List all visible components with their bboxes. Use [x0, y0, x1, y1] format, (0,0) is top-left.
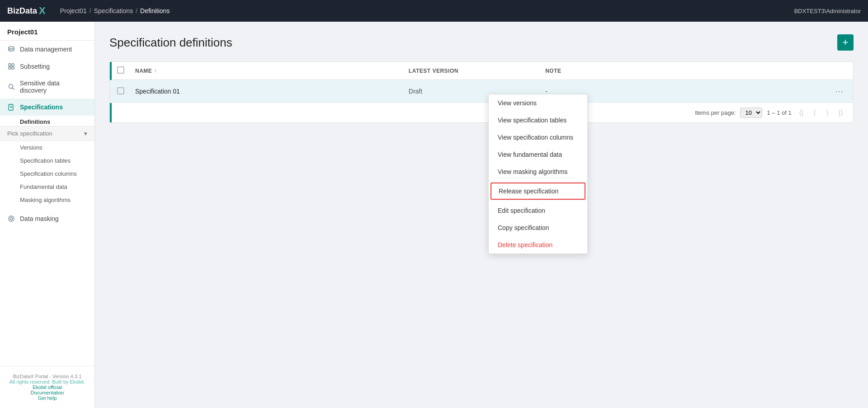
sidebar-footer: BizDataX Portal - Version 4.3.1 All righ… — [0, 366, 94, 408]
header-checkbox[interactable] — [117, 66, 124, 74]
context-menu-delete-spec[interactable]: Delete specification — [489, 236, 587, 253]
context-menu-view-fundamental[interactable]: View fundamental data — [489, 146, 587, 163]
items-per-page-label: Items per page: — [695, 109, 736, 116]
context-menu-divider-1 — [489, 181, 587, 182]
svg-rect-2 — [12, 64, 14, 66]
sidebar-item-subsetting[interactable]: Subsetting — [0, 58, 94, 75]
th-checkbox[interactable] — [117, 66, 135, 75]
logo[interactable]: BizDataX — [7, 5, 46, 17]
chevron-down-icon: ▾ — [84, 130, 87, 137]
sidebar-item-label-masking: Data masking — [20, 215, 59, 222]
td-name: Specification 01 — [135, 88, 409, 95]
sidebar-sub-masking[interactable]: Masking algorithms — [0, 193, 94, 206]
svg-point-11 — [10, 218, 13, 220]
row-checkbox[interactable] — [117, 87, 124, 94]
svg-point-0 — [9, 47, 14, 48]
pagination-prev-button[interactable]: ⟨ — [811, 108, 819, 118]
th-version[interactable]: LATEST VERSION — [409, 68, 545, 74]
footer-version: BizDataX Portal - Version 4.3.1 — [7, 374, 87, 379]
sidebar-item-label-data-management: Data management — [20, 46, 72, 53]
database-icon — [7, 45, 15, 53]
th-note: NOTE — [545, 68, 819, 74]
logo-x: X — [39, 5, 46, 17]
sidebar-sub-versions[interactable]: Versions — [0, 141, 94, 154]
context-menu-release-spec[interactable]: Release specification — [491, 183, 585, 200]
pagination-range: 1 – 1 of 1 — [767, 109, 791, 116]
context-menu-divider-2 — [489, 201, 587, 201]
sidebar-item-sensitive-data[interactable]: Sensitive data discovery — [0, 75, 94, 98]
footer-rights: All rights reserved. Built by Ekobit. — [7, 379, 87, 385]
sidebar-item-data-management[interactable]: Data management — [0, 41, 94, 58]
pick-spec-label: Pick specification — [7, 130, 52, 137]
main-content: Specification definitions + NAME ↑ LATES… — [95, 22, 868, 408]
topnav-left: BizDataX Project01 / Specifications / De… — [7, 5, 170, 17]
footer-link-help[interactable]: Get help — [38, 395, 57, 401]
th-version-label: LATEST VERSION — [409, 68, 458, 74]
svg-point-10 — [9, 216, 14, 221]
context-menu: View versions View specification tables … — [488, 94, 588, 254]
page-title: Specification definitions — [109, 36, 232, 50]
sidebar-item-specifications[interactable]: Specifications — [0, 98, 94, 116]
sidebar-item-label-sensitive: Sensitive data discovery — [20, 80, 87, 94]
svg-rect-1 — [9, 64, 11, 66]
svg-rect-3 — [9, 67, 11, 69]
sidebar-sub-fundamental[interactable]: Fundamental data — [0, 180, 94, 193]
svg-rect-4 — [12, 67, 14, 69]
layout: Project01 Data management Subsetting Sen… — [0, 22, 868, 408]
context-menu-view-spec-columns[interactable]: View specification columns — [489, 129, 587, 146]
table-container: NAME ↑ LATEST VERSION NOTE Specification… — [109, 61, 854, 123]
add-button[interactable]: + — [837, 34, 854, 51]
topnav: BizDataX Project01 / Specifications / De… — [0, 0, 868, 22]
th-name-label: NAME — [135, 68, 152, 74]
breadcrumb: Project01 / Specifications / Definitions — [60, 7, 170, 14]
sidebar: Project01 Data management Subsetting Sen… — [0, 22, 95, 408]
breadcrumb-sep-2: / — [136, 7, 137, 14]
logo-text: BizData — [7, 6, 37, 16]
sort-asc-icon: ↑ — [154, 68, 157, 74]
sidebar-item-label-specifications: Specifications — [20, 103, 63, 111]
th-note-label: NOTE — [545, 68, 561, 74]
breadcrumb-sep-1: / — [90, 7, 91, 14]
context-menu-edit-spec[interactable]: Edit specification — [489, 202, 587, 219]
footer-link-docs[interactable]: Documentation — [31, 390, 64, 395]
context-menu-view-spec-tables[interactable]: View specification tables — [489, 112, 587, 129]
page-header: Specification definitions + — [109, 34, 854, 51]
svg-line-6 — [12, 88, 14, 90]
sidebar-item-data-masking[interactable]: Data masking — [0, 210, 94, 227]
sidebar-project: Project01 — [0, 22, 94, 41]
sidebar-sub-items: Versions Specification tables Specificat… — [0, 141, 94, 206]
table-header: NAME ↑ LATEST VERSION NOTE — [110, 62, 853, 80]
puzzle-icon — [7, 62, 15, 70]
pick-specification-dropdown[interactable]: Pick specification ▾ — [0, 126, 94, 141]
user-info: BDXTEST3\Administrator — [794, 8, 861, 14]
breadcrumb-project[interactable]: Project01 — [60, 7, 87, 14]
sidebar-item-label-subsetting: Subsetting — [20, 63, 50, 70]
book-icon — [7, 103, 15, 111]
mask-icon — [7, 215, 15, 223]
footer-link-ekobit[interactable]: Ekobit official — [33, 385, 62, 390]
context-menu-view-masking[interactable]: View masking algorithms — [489, 163, 587, 180]
breadcrumb-definitions: Definitions — [140, 7, 170, 14]
table-row: Specification 01 Draft - ⋯ — [110, 80, 853, 103]
definitions-label: Definitions — [0, 116, 94, 126]
row-actions-button[interactable]: ⋯ — [832, 85, 846, 97]
items-per-page-select[interactable]: 10 25 50 — [740, 108, 762, 118]
pagination-first-button[interactable]: ⟨| — [796, 108, 806, 118]
context-menu-view-versions[interactable]: View versions — [489, 94, 587, 112]
breadcrumb-specifications[interactable]: Specifications — [94, 7, 133, 14]
sidebar-sub-spec-columns[interactable]: Specification columns — [0, 167, 94, 180]
pagination-bar: Items per page: 10 25 50 1 – 1 of 1 ⟨| ⟨… — [110, 103, 853, 122]
sidebar-sub-spec-tables[interactable]: Specification tables — [0, 154, 94, 167]
pagination-last-button[interactable]: |⟩ — [836, 108, 846, 118]
pagination-next-button[interactable]: ⟩ — [823, 108, 831, 118]
th-name[interactable]: NAME ↑ — [135, 68, 409, 74]
context-menu-copy-spec[interactable]: Copy specification — [489, 219, 587, 236]
search-icon — [7, 83, 15, 91]
td-checkbox[interactable] — [117, 87, 135, 96]
td-actions: ⋯ — [819, 85, 846, 97]
